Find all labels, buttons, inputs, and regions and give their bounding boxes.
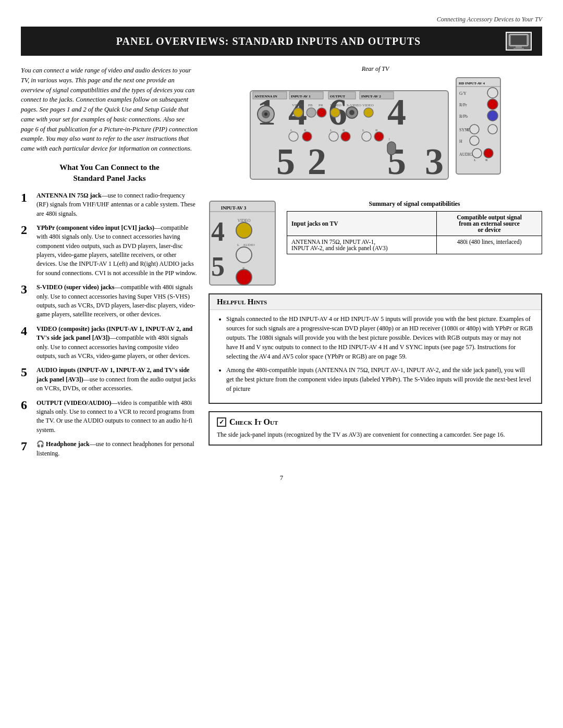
svg-point-40: [329, 132, 338, 141]
item-text-4: VIDEO (composite) jacks (INPUT-AV 1, INP…: [36, 325, 198, 361]
svg-text:L: L: [474, 158, 476, 162]
section-heading: What You Can Connect to the Standard Pan…: [21, 162, 198, 184]
page-title: Panel Overviews: Standard Inputs and Out…: [31, 35, 506, 47]
item-number-2: 2: [21, 224, 32, 236]
svg-text:5: 5: [276, 141, 295, 182]
svg-point-29: [317, 108, 326, 117]
svg-text:VIDEO: VIDEO: [362, 103, 374, 107]
rear-label: Rear of TV: [209, 65, 542, 73]
item-number-1: 1: [21, 191, 32, 204]
svg-point-55: [487, 88, 498, 98]
compat-table: Input jacks on TV Compatible output sign…: [287, 211, 542, 254]
svg-text:L: L: [330, 128, 332, 132]
svg-text:2: 2: [308, 141, 326, 182]
item-text-1: ANTENNA IN 75Ω jack—use to connect radio…: [36, 191, 198, 218]
item-6: 6 OUTPUT (VIDEO/AUDIO)—video is compatib…: [21, 399, 198, 435]
svg-text:H: H: [459, 139, 462, 144]
item-7: 7 🎧 Headphone jack—use to connect headph…: [21, 440, 198, 458]
svg-point-46: [362, 132, 371, 141]
top-header: Connecting Accessory Devices to Your TV: [21, 16, 542, 23]
svg-point-27: [307, 108, 316, 117]
svg-text:4: 4: [211, 217, 225, 246]
item-3: 3 S-VIDEO (super video) jacks—compatible…: [21, 283, 198, 319]
svg-text:VIDEO: VIDEO: [330, 103, 341, 107]
helpful-hints-title: Helpful Hints: [210, 294, 541, 310]
svg-text:5: 5: [211, 252, 225, 281]
svg-point-35: [331, 108, 340, 117]
item-1: 1 ANTENNA IN 75Ω jack—use to connect rad…: [21, 191, 198, 218]
svg-point-25: [293, 108, 303, 117]
table-cell-input: ANTENNA IN 75Ω, INPUT AV-1,INPUT AV-2, a…: [287, 236, 437, 254]
svg-point-38: [349, 110, 354, 115]
page-number: 7: [21, 474, 542, 482]
svg-point-23: [264, 113, 267, 116]
svg-text:↕: ↕: [388, 137, 390, 141]
svg-point-67: [472, 149, 482, 158]
svg-point-42: [341, 132, 350, 141]
svg-rect-50: [387, 142, 396, 155]
svg-text:B/Pb: B/Pb: [459, 114, 468, 119]
tv-diagram: Rear of TV 1 4 6 4 5 2 5 3: [209, 65, 542, 286]
svg-point-65: [470, 136, 479, 145]
svg-text:VIDEO: VIDEO: [292, 103, 303, 107]
svg-point-80: [236, 247, 252, 263]
svg-text:3: 3: [425, 141, 444, 182]
svg-point-57: [487, 99, 498, 109]
svg-point-68: [484, 149, 493, 158]
svg-rect-2: [516, 46, 522, 48]
svg-text:L: L: [237, 243, 239, 247]
svg-text:INPUT-AV 3: INPUT-AV 3: [221, 205, 247, 211]
item-2: 2 YPbPr (component video input [CVI] jac…: [21, 224, 198, 278]
svg-text:PR: PR: [319, 103, 323, 107]
svg-point-48: [374, 132, 384, 141]
checkmark-icon: ✓: [217, 417, 226, 427]
svg-text:AUDIO: AUDIO: [459, 152, 473, 157]
svg-text:AUDIO: AUDIO: [243, 243, 255, 247]
svg-text:R/Pr: R/Pr: [459, 103, 467, 107]
headphone-icon: 🎧: [36, 440, 44, 448]
svg-text:SYNC: SYNC: [459, 128, 470, 132]
item-text-6: OUTPUT (VIDEO/AUDIO)—video is compatible…: [36, 399, 198, 435]
table-header-output: Compatible output signalfrom an external…: [437, 212, 542, 236]
svg-rect-1: [511, 35, 527, 45]
svg-text:OUTPUT: OUTPUT: [330, 94, 346, 98]
svg-point-44: [364, 108, 373, 117]
svg-point-33: [302, 132, 312, 141]
check-it-out-title: ✓ Check It Out: [217, 417, 534, 427]
svg-text:HD INPUT-AV 4: HD INPUT-AV 4: [459, 81, 485, 85]
svg-text:R: R: [485, 158, 488, 162]
svg-text:G/Y: G/Y: [459, 91, 467, 96]
title-banner: Panel Overviews: Standard Inputs and Out…: [21, 27, 542, 56]
rear-panel-svg: 1 4 6 4 5 2 5 3 ANTENNA IN INPUT-AV 1: [248, 75, 503, 195]
tv-icon: [506, 32, 532, 51]
svg-point-61: [470, 125, 479, 134]
item-text-7: 🎧 Headphone jack—use to connect headphon…: [36, 440, 198, 458]
item-number-5: 5: [21, 366, 32, 378]
svg-point-82: [236, 269, 252, 285]
table-cell-output: 480i (480 lines, interlaced): [437, 236, 542, 254]
svg-text:INPUT-AV 2: INPUT-AV 2: [361, 94, 381, 98]
item-number-3: 3: [21, 283, 32, 295]
item-text-3: S-VIDEO (super video) jacks—compatible w…: [36, 283, 198, 319]
helpful-hints-list: Signals connected to the HD INPUT-AV 4 o…: [217, 314, 534, 393]
svg-text:L: L: [362, 128, 364, 132]
svg-text:ANTENNA IN: ANTENNA IN: [254, 94, 277, 98]
compat-section: Summary of signal compatibilities Input …: [287, 200, 542, 254]
intro-text: You can connect a wide range of video an…: [21, 65, 198, 154]
hint-item-2: Among the 480i-compatible inputs (ANTENN…: [226, 365, 534, 393]
hint-item-1: Signals connected to the HD INPUT-AV 4 o…: [226, 314, 534, 361]
item-5: 5 AUDIO inputs (INPUT-AV 1, INPUT-AV 2, …: [21, 366, 198, 393]
item-number-7: 7: [21, 440, 32, 452]
svg-point-59: [487, 110, 498, 121]
item-text-2: YPbPr (component video input [CVI] jacks…: [36, 224, 198, 278]
svg-point-77: [236, 223, 252, 238]
svg-rect-3: [513, 48, 524, 49]
item-text-5: AUDIO inputs (INPUT-AV 1, INPUT-AV 2, an…: [36, 366, 198, 393]
item-4: 4 VIDEO (composite) jacks (INPUT-AV 1, I…: [21, 325, 198, 361]
svg-text:PB: PB: [308, 103, 313, 107]
table-header-input: Input jacks on TV: [287, 212, 437, 236]
compat-title: Summary of signal compatibilities: [287, 200, 542, 208]
av3-panel-svg: 4 5 INPUT-AV 3 VIDEO L AUDIO: [209, 200, 276, 286]
svg-point-63: [488, 125, 497, 134]
helpful-hints-box: Helpful Hints Signals connected to the H…: [209, 293, 542, 404]
